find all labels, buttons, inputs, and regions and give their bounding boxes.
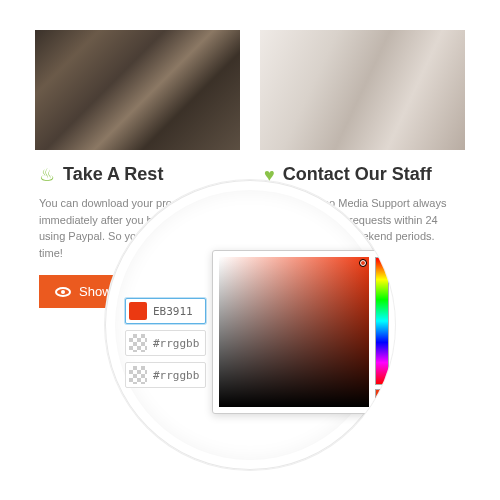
color-input-empty[interactable] [125, 330, 206, 356]
card-image [35, 30, 240, 150]
card-image [260, 30, 465, 150]
color-picker-popup [212, 250, 395, 414]
color-input-column [125, 298, 206, 388]
color-swatch [129, 302, 147, 320]
color-input-active[interactable] [125, 298, 206, 324]
card-title: Take A Rest [63, 164, 163, 185]
magnifier-lens [105, 180, 395, 470]
transparent-swatch [129, 334, 147, 352]
saturation-value-panel[interactable] [219, 257, 369, 407]
hex-input[interactable] [153, 337, 199, 350]
current-color-swatch [375, 389, 389, 405]
color-input-empty[interactable] [125, 362, 206, 388]
transparent-swatch [129, 366, 147, 384]
sv-cursor[interactable] [359, 259, 367, 267]
flame-icon: ♨ [39, 166, 55, 184]
card-title: Contact Our Staff [283, 164, 432, 185]
eye-icon [55, 287, 71, 297]
hex-input[interactable] [153, 369, 199, 382]
hex-input[interactable] [153, 305, 199, 318]
